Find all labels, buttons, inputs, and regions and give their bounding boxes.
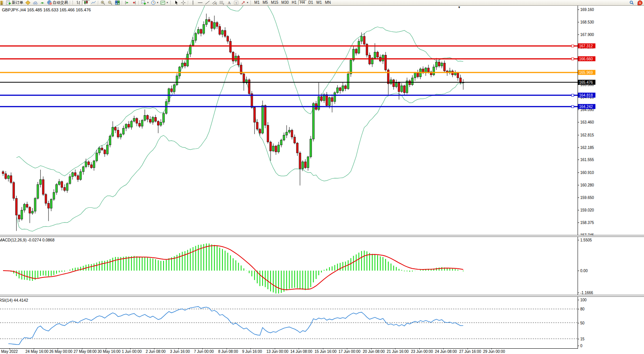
timeframe-h1-button[interactable]: H1 [290, 0, 298, 5]
autotrading-button[interactable]: 自动交易 [46, 0, 69, 5]
timeframe-m30-button[interactable]: M30 [280, 0, 290, 5]
candlestick-chart-button[interactable] [82, 0, 90, 5]
cloud-button[interactable] [31, 0, 39, 5]
price-line-label: 164.242 [578, 104, 595, 109]
time-tick-label: 14 Jun 08:00 [290, 349, 312, 354]
signals-button[interactable] [39, 0, 46, 5]
zoom-in-icon [101, 0, 105, 5]
rsi-scale-label: 15 [580, 337, 584, 341]
price-line-label: 165.476 [578, 80, 595, 85]
equidistant-channel-button[interactable]: E [211, 0, 218, 5]
arrows-button[interactable]: ▾ [240, 0, 250, 5]
macd-panel-canvas[interactable] [0, 237, 578, 294]
auto-scroll-button[interactable] [123, 0, 131, 5]
indicators-caret-icon: ▾ [147, 0, 149, 5]
notification-badge[interactable]: 1 [638, 0, 642, 5]
candlestick-chart-icon [83, 0, 88, 5]
toolbar-separator [70, 1, 71, 5]
tile-windows-button[interactable] [114, 0, 121, 5]
price-tick-label: 158.375 [580, 221, 594, 225]
macd-indicator-label: MACD(12,26,9) -0.0274 0.0868 [0, 238, 55, 242]
price-tick [578, 135, 579, 135]
fibonacci-icon: F [219, 0, 224, 5]
time-tick-label: 23 Jun 00:00 [411, 349, 433, 354]
price-tick [578, 110, 579, 110]
price-tick-label: 161.555 [580, 158, 594, 162]
rsi-scale-label: 100 [580, 298, 587, 302]
macd-tick [578, 271, 579, 271]
time-tick-label: 2 Jun 08:00 [146, 349, 165, 354]
timeframe-m5-button[interactable]: M5 [261, 0, 269, 5]
fibonacci-button[interactable]: F [218, 0, 225, 5]
timeframe-h4-button[interactable]: H4 [298, 0, 307, 5]
toolbar-separator [122, 1, 123, 5]
time-axis[interactable]: May 202224 May 16:0026 May 00:0027 May 0… [0, 348, 644, 354]
time-tick-label: 29 Jun 00:00 [483, 349, 505, 354]
time-tick-label: 3 Jun 16:00 [170, 349, 190, 354]
rsi-tick [578, 346, 579, 346]
price-tick-label: 160.280 [580, 183, 594, 187]
metaeditor-button[interactable] [24, 0, 31, 5]
crosshair-icon [181, 0, 186, 5]
zoom-in-button[interactable] [99, 0, 107, 5]
signals-icon [40, 0, 45, 5]
vertical-line-button[interactable] [189, 0, 197, 5]
indicators-button[interactable]: ▾ [140, 0, 150, 5]
arrows-icon [241, 0, 246, 5]
new-order-label: 新订单 [12, 0, 23, 5]
time-tick-label: 27 May 08:00 [74, 349, 97, 354]
rsi-tick [578, 323, 579, 323]
price-tick [578, 160, 579, 160]
time-tick-label: 20 Jun 08:00 [363, 349, 385, 354]
price-tick-label: 163.460 [580, 120, 594, 124]
periods-caret-icon: ▾ [157, 0, 159, 5]
periods-button[interactable]: ▾ [150, 0, 160, 5]
timeframe-w1-button[interactable]: W1 [315, 0, 323, 5]
timeframe-mn-button[interactable]: MN [323, 0, 332, 5]
macd-scale-label: 1.5505 [580, 238, 592, 242]
horizontal-lines[interactable] [0, 45, 578, 108]
toolbar-grip[interactable] [250, 1, 252, 5]
toolbar-grip[interactable] [72, 1, 74, 5]
time-tick-label: 24 Jun 08:00 [435, 349, 457, 354]
price-tick [578, 222, 579, 223]
bar-chart-button[interactable] [75, 0, 82, 5]
cloud-icon [33, 0, 38, 5]
text-label-button[interactable]: T [233, 0, 240, 5]
metaeditor-icon [25, 0, 30, 5]
cursor-button[interactable] [173, 0, 180, 5]
price-tick [578, 210, 579, 210]
templates-button[interactable]: ▾ [159, 0, 169, 5]
trendline-button[interactable] [204, 0, 211, 5]
line-chart-button[interactable] [90, 0, 97, 5]
chart-shift-button[interactable] [131, 0, 138, 5]
search-button[interactable] [628, 0, 635, 5]
toolbar-grip[interactable] [170, 1, 172, 5]
horizontal-line-button[interactable] [197, 0, 204, 5]
equidistant-channel-icon: E [212, 0, 217, 5]
clipped-window-icon [0, 1, 3, 5]
text-button[interactable]: A [225, 0, 233, 5]
price-line-label: 164.818 [578, 93, 595, 98]
rsi-panel-canvas[interactable] [0, 297, 578, 348]
crosshair-button[interactable] [180, 0, 187, 5]
cursor-icon [174, 0, 179, 5]
svg-text:A: A [228, 0, 231, 5]
main-chart-canvas[interactable] [0, 5, 578, 235]
timeframe-d1-button[interactable]: D1 [307, 0, 315, 5]
price-line-label: 166.660 [578, 56, 595, 61]
timeframe-m1-button[interactable]: M1 [253, 0, 261, 5]
macd-panel-resize-separator[interactable] [0, 235, 644, 237]
chart-shift-marker-icon[interactable]: ▼ [458, 6, 461, 9]
price-tick [578, 9, 579, 10]
timeframe-m15-button[interactable]: M15 [269, 0, 280, 5]
rsi-scale-label: 0 [580, 344, 583, 348]
rsi-panel-resize-separator[interactable] [0, 295, 644, 297]
price-axis[interactable]: 169.160168.530167.900167.265166.630165.9… [578, 0, 644, 354]
line-chart-icon [91, 0, 96, 5]
price-tick [578, 197, 579, 198]
zoom-out-button[interactable] [107, 0, 114, 5]
new-order-button[interactable]: 新订单 [5, 0, 24, 5]
price-tick-label: 159.020 [580, 208, 594, 212]
toolbar-separator [98, 1, 99, 5]
